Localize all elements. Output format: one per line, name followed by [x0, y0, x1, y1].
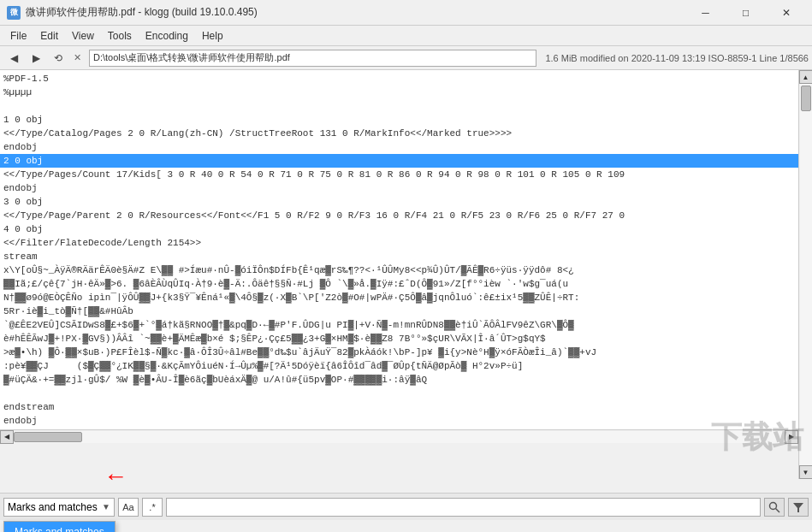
editor-line-content: stream — [3, 250, 38, 263]
editor-line: >æ▓•\h) ▓Ô·▓▓×$uB·)P£FÎèl$-Ñ▓kc·▓â·ÔÎ3Û÷… — [0, 346, 798, 359]
editor-line: ▓▓Iã;£/çê{7`jH·êÄ»▓>6. ▓6âÈÂÙqÛIq·À†9·è▓… — [0, 277, 798, 291]
editor-line-content: <</Type/Catalog/Pages 2 0 R/Lang(zh-CN) … — [3, 127, 512, 140]
editor-line: <</Filter/FlateDecode/Length 2154>> — [0, 236, 798, 250]
reload-button[interactable]: ⟲ — [48, 49, 68, 68]
editor-line: N†▓▓ø9ó@EÒÇÊÑo ipìn¯|ÿÔÛ▓▓J+{k3§Ÿ¯¥Êná¹«… — [0, 291, 798, 304]
editor-line: endobj — [0, 140, 798, 154]
editor-line-content: 1 0 obj — [3, 113, 43, 127]
editor-line: ▓#üÇÄ&·+=▓▓zjl·gÛ$/ %W ▓è▓•ÂU-Î▓è6ãç▓bUè… — [0, 373, 798, 387]
editor-line: x\Y[oÛ§~_ÀÿÄ®RÄärÊÄ0è§Ä#Z E\▓▓ #>Íæu#·nÛ… — [0, 263, 798, 277]
editor-line-content: endobj — [3, 181, 38, 195]
editor-line: %µµµµ — [0, 86, 798, 99]
editor-scroll-area: %PDF-1.5%µµµµ1 0 obj<</Type/Catalog/Page… — [0, 70, 812, 479]
watermark: 下载站 — [711, 417, 803, 458]
editor-line: <</Type/Page/Parent 2 0 R/Resources<</Fo… — [0, 209, 798, 222]
editor-line: è#hÊÊÃwJ▓+!PX·▓GV§))ÂÂî `~▓▓è+▓ÄMÊæ▓b×é … — [0, 332, 798, 346]
editor-line: 4 0 obj — [0, 222, 798, 236]
dropdown-option-marks-and-matches[interactable]: Marks and matches — [4, 522, 115, 532]
editor-line-content: :pè¥▓▓ÇJ ($▓Ç▓▓°¿IK▓▓§▓·&KçÃmYÔiuéN·Í→Ûµ… — [3, 359, 523, 373]
editor-line-content: ▓#üÇÄ&·+=▓▓zjl·gÛ$/ %W ▓è▓•ÂU-Î▓è6ãç▓bUè… — [3, 373, 427, 387]
editor-line-content: ▓▓Iã;£/çê{7`jH·êÄ»▓>6. ▓6âÈÂÙqÛIq·À†9·è▓… — [3, 277, 568, 291]
file-info: 1.6 MiB modified on 2020-11-09 13:19 ISO… — [545, 53, 809, 63]
regex-button[interactable]: .* — [142, 498, 163, 517]
editor-line-content: x\Y[oÛ§~_ÀÿÄ®RÄärÊÄ0è§Ä#Z E\▓▓ #>Íæu#·nÛ… — [3, 263, 574, 277]
dropdown-menu: Marks and matches Marks Matches — [3, 521, 116, 532]
title-bar-left: 微 微讲师软件使用帮助.pdf - klogg (build 19.10.0.4… — [7, 5, 258, 20]
editor-line: endobj — [0, 181, 798, 195]
editor-line: 5Rr·iè▓i_tò▓Ñ†[▓▓&#HûÂb — [0, 304, 798, 318]
editor-line: `@£ÊE2VEÛ]CSÃIDwS8▓£+$6▓+`°▓á†kã§RNOO▓†▓… — [0, 318, 798, 332]
scroll-up-button[interactable]: ▲ — [799, 70, 813, 84]
menu-tools[interactable]: Tools — [101, 27, 139, 45]
menu-edit[interactable]: Edit — [33, 27, 65, 45]
editor-line: endstream — [0, 400, 798, 414]
search-input[interactable] — [166, 498, 761, 517]
menu-encoding[interactable]: Encoding — [139, 27, 195, 45]
scroll-left-button[interactable]: ◀ — [0, 430, 14, 444]
watermark-text: 下载站 — [711, 417, 803, 458]
editor-line — [0, 387, 798, 400]
editor-line: <</Type/Catalog/Pages 2 0 R/Lang(zh-CN) … — [0, 127, 798, 140]
window-title: 微讲师软件使用帮助.pdf - klogg (build 19.10.0.495… — [26, 5, 258, 20]
search-icon — [768, 501, 780, 513]
editor-line: :pè¥▓▓ÇJ ($▓Ç▓▓°¿IK▓▓§▓·&KçÃmYÔiuéN·Í→Ûµ… — [0, 359, 798, 373]
path-bar: D:\tools\桌面\格式转换\微讲师软件使用帮助.pdf — [89, 50, 536, 67]
editor-line-content: è#hÊÊÃwJ▓+!PX·▓GV§))ÂÂî `~▓▓è+▓ÄMÊæ▓b×é … — [3, 332, 546, 346]
editor-line — [0, 99, 798, 113]
editor-line: 2 0 obj — [0, 154, 798, 168]
editor-line-content: N†▓▓ø9ó@EÒÇÊÑo ipìn¯|ÿÔÛ▓▓J+{k3§Ÿ¯¥Êná¹«… — [3, 291, 579, 304]
search-bar: Marks and matches ▼ Aa .* Marks and matc… — [0, 493, 812, 520]
editor-line: 1 0 obj — [0, 113, 798, 127]
forward-button[interactable]: ▶ — [26, 49, 46, 68]
back-button[interactable]: ◀ — [3, 49, 24, 68]
filter-button[interactable] — [788, 498, 809, 517]
minimize-button[interactable]: ─ — [686, 4, 725, 21]
menu-file[interactable]: File — [3, 27, 33, 45]
editor-line-content: <</Type/Page/Parent 2 0 R/Resources<</Fo… — [3, 209, 625, 222]
scroll-down-button[interactable]: ▼ — [799, 465, 813, 479]
dropdown-arrow-icon: ▼ — [102, 502, 110, 511]
search-button[interactable] — [764, 498, 785, 517]
search-mode-dropdown[interactable]: Marks and matches ▼ — [3, 498, 115, 517]
h-scroll-track[interactable] — [14, 431, 785, 443]
case-sensitive-button[interactable]: Aa — [118, 498, 139, 517]
close-button[interactable]: ✕ — [767, 4, 805, 21]
menu-help[interactable]: Help — [195, 27, 230, 45]
main-content: %PDF-1.5%µµµµ1 0 obj<</Type/Catalog/Page… — [0, 70, 812, 493]
horizontal-scrollbar[interactable]: ◀ ▶ — [0, 429, 798, 443]
editor-line-content: 3 0 obj — [3, 195, 43, 209]
editor-line-content: 5Rr·iè▓i_tò▓Ñ†[▓▓&#HûÂb — [3, 304, 133, 318]
red-arrow-indicator: ↓ — [104, 471, 131, 483]
title-bar: 微 微讲师软件使用帮助.pdf - klogg (build 19.10.0.4… — [0, 0, 812, 26]
editor-line-content: 4 0 obj — [3, 222, 43, 236]
editor-line-content: %PDF-1.5 — [3, 72, 49, 86]
window-controls: ─ □ ✕ — [686, 4, 805, 21]
svg-point-0 — [770, 502, 777, 509]
editor-line: endobj — [0, 414, 798, 428]
editor-area[interactable]: %PDF-1.5%µµµµ1 0 obj<</Type/Catalog/Page… — [0, 70, 798, 429]
path-text: D:\tools\桌面\格式转换\微讲师软件使用帮助.pdf — [93, 51, 290, 64]
path-close-btn[interactable]: ✕ — [70, 51, 84, 65]
v-scroll-track[interactable] — [800, 84, 812, 465]
editor-line-content: `@£ÊE2VEÛ]CSÃIDwS8▓£+$6▓+`°▓á†kã§RNOO▓†▓… — [3, 318, 574, 332]
maximize-button[interactable]: □ — [726, 4, 765, 21]
menu-view[interactable]: View — [65, 27, 101, 45]
search-mode-label: Marks and matches — [8, 501, 98, 513]
editor-line: 3 0 obj — [0, 195, 798, 209]
editor-line-content: >æ▓•\h) ▓Ô·▓▓×$uB·)P£FÎèl$-Ñ▓kc·▓â·ÔÎ3Û÷… — [3, 346, 596, 359]
v-scroll-thumb[interactable] — [801, 86, 811, 111]
toolbar: ◀ ▶ ⟲ ✕ D:\tools\桌面\格式转换\微讲师软件使用帮助.pdf 1… — [0, 46, 812, 70]
menu-bar: File Edit View Tools Encoding Help — [0, 26, 812, 46]
editor-line-content: %µµµµ — [3, 86, 32, 99]
editor-line: <</Type/Pages/Count 17/Kids[ 3 0 R 40 0 … — [0, 168, 798, 181]
svg-line-1 — [776, 508, 780, 512]
editor-line-content: endobj — [3, 414, 38, 428]
editor-line-content: endobj — [3, 140, 38, 154]
editor-line: %PDF-1.5 — [0, 72, 798, 86]
editor-line: stream — [0, 250, 798, 263]
editor-line-content: <</Type/Pages/Count 17/Kids[ 3 0 R 40 0 … — [3, 168, 625, 181]
h-scroll-thumb[interactable] — [14, 432, 82, 442]
editor-line-content: endstream — [3, 400, 54, 414]
editor-main: %PDF-1.5%µµµµ1 0 obj<</Type/Catalog/Page… — [0, 70, 798, 479]
app-icon: 微 — [7, 6, 21, 20]
